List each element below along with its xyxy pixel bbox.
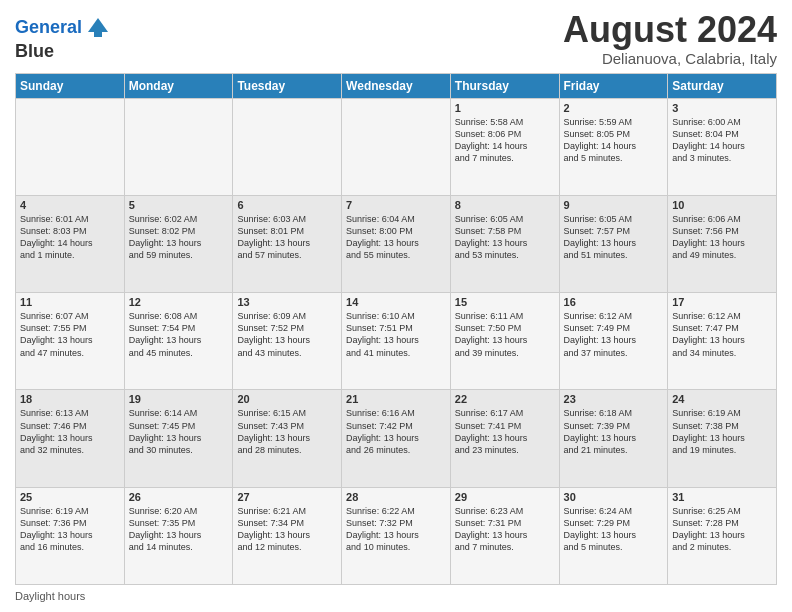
day-number: 25 (20, 491, 120, 503)
day-number: 22 (455, 393, 555, 405)
day-info: Sunrise: 5:59 AM Sunset: 8:05 PM Dayligh… (564, 116, 664, 165)
day-info: Sunrise: 6:21 AM Sunset: 7:34 PM Dayligh… (237, 505, 337, 554)
calendar-header-row: Sunday Monday Tuesday Wednesday Thursday… (16, 73, 777, 98)
calendar-cell: 29Sunrise: 6:23 AM Sunset: 7:31 PM Dayli… (450, 487, 559, 584)
day-number: 11 (20, 296, 120, 308)
day-number: 17 (672, 296, 772, 308)
day-info: Sunrise: 6:10 AM Sunset: 7:51 PM Dayligh… (346, 310, 446, 359)
calendar-cell: 23Sunrise: 6:18 AM Sunset: 7:39 PM Dayli… (559, 390, 668, 487)
day-info: Sunrise: 6:02 AM Sunset: 8:02 PM Dayligh… (129, 213, 229, 262)
day-number: 31 (672, 491, 772, 503)
day-number: 3 (672, 102, 772, 114)
subtitle: Delianuova, Calabria, Italy (563, 50, 777, 67)
main-title: August 2024 (563, 10, 777, 50)
day-info: Sunrise: 6:22 AM Sunset: 7:32 PM Dayligh… (346, 505, 446, 554)
header-tuesday: Tuesday (233, 73, 342, 98)
header-saturday: Saturday (668, 73, 777, 98)
calendar-cell: 1Sunrise: 5:58 AM Sunset: 8:06 PM Daylig… (450, 98, 559, 195)
calendar-cell: 9Sunrise: 6:05 AM Sunset: 7:57 PM Daylig… (559, 195, 668, 292)
header-friday: Friday (559, 73, 668, 98)
day-number: 2 (564, 102, 664, 114)
day-info: Sunrise: 6:17 AM Sunset: 7:41 PM Dayligh… (455, 407, 555, 456)
day-info: Sunrise: 6:15 AM Sunset: 7:43 PM Dayligh… (237, 407, 337, 456)
calendar-cell: 14Sunrise: 6:10 AM Sunset: 7:51 PM Dayli… (342, 293, 451, 390)
day-number: 7 (346, 199, 446, 211)
header: General Blue August 2024 Delianuova, Cal… (15, 10, 777, 67)
day-number: 4 (20, 199, 120, 211)
calendar-cell (233, 98, 342, 195)
day-number: 18 (20, 393, 120, 405)
day-number: 16 (564, 296, 664, 308)
calendar-cell: 12Sunrise: 6:08 AM Sunset: 7:54 PM Dayli… (124, 293, 233, 390)
calendar-cell: 2Sunrise: 5:59 AM Sunset: 8:05 PM Daylig… (559, 98, 668, 195)
calendar-cell (342, 98, 451, 195)
calendar-cell: 27Sunrise: 6:21 AM Sunset: 7:34 PM Dayli… (233, 487, 342, 584)
day-info: Sunrise: 6:24 AM Sunset: 7:29 PM Dayligh… (564, 505, 664, 554)
calendar-week-4: 18Sunrise: 6:13 AM Sunset: 7:46 PM Dayli… (16, 390, 777, 487)
calendar-cell: 17Sunrise: 6:12 AM Sunset: 7:47 PM Dayli… (668, 293, 777, 390)
calendar-week-1: 1Sunrise: 5:58 AM Sunset: 8:06 PM Daylig… (16, 98, 777, 195)
day-info: Sunrise: 5:58 AM Sunset: 8:06 PM Dayligh… (455, 116, 555, 165)
day-info: Sunrise: 6:16 AM Sunset: 7:42 PM Dayligh… (346, 407, 446, 456)
day-info: Sunrise: 6:07 AM Sunset: 7:55 PM Dayligh… (20, 310, 120, 359)
day-info: Sunrise: 6:14 AM Sunset: 7:45 PM Dayligh… (129, 407, 229, 456)
day-number: 21 (346, 393, 446, 405)
calendar-cell: 16Sunrise: 6:12 AM Sunset: 7:49 PM Dayli… (559, 293, 668, 390)
day-number: 27 (237, 491, 337, 503)
page: General Blue August 2024 Delianuova, Cal… (0, 0, 792, 612)
day-info: Sunrise: 6:04 AM Sunset: 8:00 PM Dayligh… (346, 213, 446, 262)
day-number: 28 (346, 491, 446, 503)
calendar-cell: 8Sunrise: 6:05 AM Sunset: 7:58 PM Daylig… (450, 195, 559, 292)
day-info: Sunrise: 6:03 AM Sunset: 8:01 PM Dayligh… (237, 213, 337, 262)
day-number: 24 (672, 393, 772, 405)
calendar-cell: 13Sunrise: 6:09 AM Sunset: 7:52 PM Dayli… (233, 293, 342, 390)
day-info: Sunrise: 6:19 AM Sunset: 7:36 PM Dayligh… (20, 505, 120, 554)
calendar-cell: 24Sunrise: 6:19 AM Sunset: 7:38 PM Dayli… (668, 390, 777, 487)
day-info: Sunrise: 6:01 AM Sunset: 8:03 PM Dayligh… (20, 213, 120, 262)
day-number: 20 (237, 393, 337, 405)
header-wednesday: Wednesday (342, 73, 451, 98)
calendar-cell: 3Sunrise: 6:00 AM Sunset: 8:04 PM Daylig… (668, 98, 777, 195)
day-info: Sunrise: 6:08 AM Sunset: 7:54 PM Dayligh… (129, 310, 229, 359)
calendar-cell: 31Sunrise: 6:25 AM Sunset: 7:28 PM Dayli… (668, 487, 777, 584)
calendar-cell: 21Sunrise: 6:16 AM Sunset: 7:42 PM Dayli… (342, 390, 451, 487)
day-info: Sunrise: 6:13 AM Sunset: 7:46 PM Dayligh… (20, 407, 120, 456)
calendar-cell (124, 98, 233, 195)
day-number: 5 (129, 199, 229, 211)
logo-icon (84, 14, 112, 42)
calendar-week-5: 25Sunrise: 6:19 AM Sunset: 7:36 PM Dayli… (16, 487, 777, 584)
day-number: 10 (672, 199, 772, 211)
calendar-cell: 15Sunrise: 6:11 AM Sunset: 7:50 PM Dayli… (450, 293, 559, 390)
calendar-cell: 19Sunrise: 6:14 AM Sunset: 7:45 PM Dayli… (124, 390, 233, 487)
title-section: August 2024 Delianuova, Calabria, Italy (563, 10, 777, 67)
day-number: 9 (564, 199, 664, 211)
calendar-week-2: 4Sunrise: 6:01 AM Sunset: 8:03 PM Daylig… (16, 195, 777, 292)
day-number: 8 (455, 199, 555, 211)
header-thursday: Thursday (450, 73, 559, 98)
day-number: 12 (129, 296, 229, 308)
day-info: Sunrise: 6:12 AM Sunset: 7:49 PM Dayligh… (564, 310, 664, 359)
calendar-cell: 18Sunrise: 6:13 AM Sunset: 7:46 PM Dayli… (16, 390, 125, 487)
day-info: Sunrise: 6:11 AM Sunset: 7:50 PM Dayligh… (455, 310, 555, 359)
day-number: 13 (237, 296, 337, 308)
day-number: 19 (129, 393, 229, 405)
calendar-cell: 5Sunrise: 6:02 AM Sunset: 8:02 PM Daylig… (124, 195, 233, 292)
footer-daylight: Daylight hours (15, 590, 777, 602)
calendar-cell: 30Sunrise: 6:24 AM Sunset: 7:29 PM Dayli… (559, 487, 668, 584)
calendar-cell (16, 98, 125, 195)
calendar-cell: 25Sunrise: 6:19 AM Sunset: 7:36 PM Dayli… (16, 487, 125, 584)
calendar-cell: 4Sunrise: 6:01 AM Sunset: 8:03 PM Daylig… (16, 195, 125, 292)
calendar-week-3: 11Sunrise: 6:07 AM Sunset: 7:55 PM Dayli… (16, 293, 777, 390)
logo: General Blue (15, 14, 112, 62)
calendar: Sunday Monday Tuesday Wednesday Thursday… (15, 73, 777, 585)
day-number: 29 (455, 491, 555, 503)
svg-marker-0 (88, 18, 108, 32)
day-number: 26 (129, 491, 229, 503)
day-number: 1 (455, 102, 555, 114)
calendar-cell: 11Sunrise: 6:07 AM Sunset: 7:55 PM Dayli… (16, 293, 125, 390)
day-info: Sunrise: 6:20 AM Sunset: 7:35 PM Dayligh… (129, 505, 229, 554)
day-info: Sunrise: 6:25 AM Sunset: 7:28 PM Dayligh… (672, 505, 772, 554)
day-number: 14 (346, 296, 446, 308)
header-sunday: Sunday (16, 73, 125, 98)
calendar-cell: 6Sunrise: 6:03 AM Sunset: 8:01 PM Daylig… (233, 195, 342, 292)
